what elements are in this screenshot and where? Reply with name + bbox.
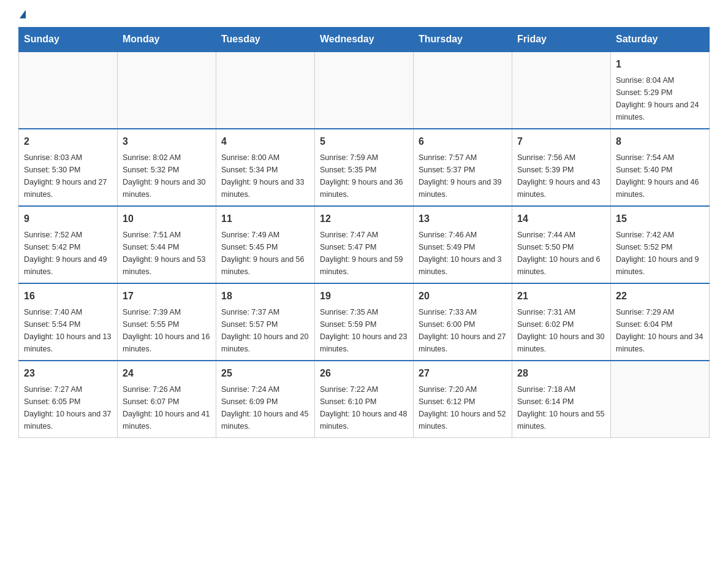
calendar-day-cell: 21Sunrise: 7:31 AMSunset: 6:02 PMDayligh… <box>512 283 611 361</box>
calendar-day-cell <box>414 52 512 129</box>
calendar-week-row: 16Sunrise: 7:40 AMSunset: 5:54 PMDayligh… <box>19 283 710 361</box>
day-info: Sunrise: 7:44 AMSunset: 5:50 PMDaylight:… <box>517 229 605 278</box>
day-info: Sunrise: 7:59 AMSunset: 5:35 PMDaylight:… <box>320 151 408 201</box>
day-number: 28 <box>517 366 605 381</box>
day-of-week-header: Sunday <box>19 28 118 52</box>
day-info: Sunrise: 7:35 AMSunset: 5:59 PMDaylight:… <box>320 306 408 355</box>
calendar-day-cell: 23Sunrise: 7:27 AMSunset: 6:05 PMDayligh… <box>19 361 118 438</box>
day-info: Sunrise: 7:39 AMSunset: 5:55 PMDaylight:… <box>123 306 211 355</box>
day-info: Sunrise: 7:51 AMSunset: 5:44 PMDaylight:… <box>123 229 211 278</box>
calendar-day-cell: 8Sunrise: 7:54 AMSunset: 5:40 PMDaylight… <box>611 129 710 206</box>
day-info: Sunrise: 8:03 AMSunset: 5:30 PMDaylight:… <box>24 151 112 201</box>
day-of-week-header: Saturday <box>611 28 710 52</box>
calendar-day-cell: 27Sunrise: 7:20 AMSunset: 6:12 PMDayligh… <box>414 361 512 438</box>
calendar-day-cell: 6Sunrise: 7:57 AMSunset: 5:37 PMDaylight… <box>414 129 512 206</box>
day-of-week-header: Tuesday <box>216 28 315 52</box>
day-number: 12 <box>320 212 408 226</box>
day-info: Sunrise: 7:31 AMSunset: 6:02 PMDaylight:… <box>517 306 605 355</box>
day-number: 17 <box>123 289 211 304</box>
day-number: 21 <box>517 289 605 304</box>
calendar-day-cell: 10Sunrise: 7:51 AMSunset: 5:44 PMDayligh… <box>118 206 216 283</box>
day-info: Sunrise: 8:00 AMSunset: 5:34 PMDaylight:… <box>221 151 309 201</box>
calendar-day-cell: 11Sunrise: 7:49 AMSunset: 5:45 PMDayligh… <box>216 206 315 283</box>
calendar-day-cell: 14Sunrise: 7:44 AMSunset: 5:50 PMDayligh… <box>512 206 611 283</box>
day-of-week-header: Monday <box>118 28 216 52</box>
day-number: 22 <box>616 289 704 304</box>
day-info: Sunrise: 7:56 AMSunset: 5:39 PMDaylight:… <box>517 151 605 201</box>
calendar-day-cell: 2Sunrise: 8:03 AMSunset: 5:30 PMDaylight… <box>19 129 118 206</box>
day-of-week-header: Thursday <box>414 28 512 52</box>
calendar-day-cell <box>19 52 118 129</box>
day-number: 15 <box>616 212 704 226</box>
day-number: 27 <box>419 366 507 381</box>
calendar-day-cell: 15Sunrise: 7:42 AMSunset: 5:52 PMDayligh… <box>611 206 710 283</box>
day-number: 10 <box>123 212 211 226</box>
calendar-day-cell: 26Sunrise: 7:22 AMSunset: 6:10 PMDayligh… <box>315 361 414 438</box>
day-info: Sunrise: 7:24 AMSunset: 6:09 PMDaylight:… <box>221 383 309 432</box>
day-number: 5 <box>320 134 408 149</box>
day-info: Sunrise: 7:54 AMSunset: 5:40 PMDaylight:… <box>616 151 704 201</box>
day-info: Sunrise: 7:57 AMSunset: 5:37 PMDaylight:… <box>419 151 507 201</box>
day-info: Sunrise: 8:02 AMSunset: 5:32 PMDaylight:… <box>123 151 211 201</box>
calendar-day-cell <box>118 52 216 129</box>
day-number: 19 <box>320 289 408 304</box>
day-info: Sunrise: 7:42 AMSunset: 5:52 PMDaylight:… <box>616 229 704 278</box>
calendar-day-cell: 22Sunrise: 7:29 AMSunset: 6:04 PMDayligh… <box>611 283 710 361</box>
day-info: Sunrise: 7:27 AMSunset: 6:05 PMDaylight:… <box>24 383 112 432</box>
day-info: Sunrise: 7:18 AMSunset: 6:14 PMDaylight:… <box>517 383 605 432</box>
calendar-day-cell: 12Sunrise: 7:47 AMSunset: 5:47 PMDayligh… <box>315 206 414 283</box>
calendar-day-cell: 3Sunrise: 8:02 AMSunset: 5:32 PMDaylight… <box>118 129 216 206</box>
day-info: Sunrise: 7:37 AMSunset: 5:57 PMDaylight:… <box>221 306 309 355</box>
calendar-day-cell: 5Sunrise: 7:59 AMSunset: 5:35 PMDaylight… <box>315 129 414 206</box>
day-number: 11 <box>221 212 309 226</box>
calendar-day-cell <box>315 52 414 129</box>
day-number: 1 <box>616 57 704 72</box>
calendar-day-cell: 20Sunrise: 7:33 AMSunset: 6:00 PMDayligh… <box>414 283 512 361</box>
calendar-header-row: SundayMondayTuesdayWednesdayThursdayFrid… <box>19 28 710 52</box>
logo <box>18 12 26 21</box>
day-info: Sunrise: 7:40 AMSunset: 5:54 PMDaylight:… <box>24 306 112 355</box>
day-info: Sunrise: 7:29 AMSunset: 6:04 PMDaylight:… <box>616 306 704 355</box>
day-info: Sunrise: 7:33 AMSunset: 6:00 PMDaylight:… <box>419 306 507 355</box>
calendar-day-cell: 4Sunrise: 8:00 AMSunset: 5:34 PMDaylight… <box>216 129 315 206</box>
calendar-day-cell <box>512 52 611 129</box>
calendar-day-cell: 25Sunrise: 7:24 AMSunset: 6:09 PMDayligh… <box>216 361 315 438</box>
day-number: 20 <box>419 289 507 304</box>
day-number: 25 <box>221 366 309 381</box>
day-number: 16 <box>24 289 112 304</box>
calendar-day-cell: 28Sunrise: 7:18 AMSunset: 6:14 PMDayligh… <box>512 361 611 438</box>
day-info: Sunrise: 7:49 AMSunset: 5:45 PMDaylight:… <box>221 229 309 278</box>
day-number: 26 <box>320 366 408 381</box>
calendar-day-cell <box>611 361 710 438</box>
day-of-week-header: Wednesday <box>315 28 414 52</box>
calendar-week-row: 9Sunrise: 7:52 AMSunset: 5:42 PMDaylight… <box>19 206 710 283</box>
calendar-day-cell: 1Sunrise: 8:04 AMSunset: 5:29 PMDaylight… <box>611 52 710 129</box>
day-info: Sunrise: 7:22 AMSunset: 6:10 PMDaylight:… <box>320 383 408 432</box>
calendar-week-row: 2Sunrise: 8:03 AMSunset: 5:30 PMDaylight… <box>19 129 710 206</box>
page-header <box>18 12 710 21</box>
calendar-day-cell: 17Sunrise: 7:39 AMSunset: 5:55 PMDayligh… <box>118 283 216 361</box>
calendar-week-row: 23Sunrise: 7:27 AMSunset: 6:05 PMDayligh… <box>19 361 710 438</box>
calendar-day-cell: 18Sunrise: 7:37 AMSunset: 5:57 PMDayligh… <box>216 283 315 361</box>
day-number: 18 <box>221 289 309 304</box>
day-info: Sunrise: 7:47 AMSunset: 5:47 PMDaylight:… <box>320 229 408 278</box>
calendar-table: SundayMondayTuesdayWednesdayThursdayFrid… <box>18 27 710 438</box>
day-info: Sunrise: 7:26 AMSunset: 6:07 PMDaylight:… <box>123 383 211 432</box>
day-number: 24 <box>123 366 211 381</box>
day-info: Sunrise: 8:04 AMSunset: 5:29 PMDaylight:… <box>616 74 704 123</box>
day-number: 6 <box>419 134 507 149</box>
day-number: 14 <box>517 212 605 226</box>
day-info: Sunrise: 7:52 AMSunset: 5:42 PMDaylight:… <box>24 229 112 278</box>
calendar-week-row: 1Sunrise: 8:04 AMSunset: 5:29 PMDaylight… <box>19 52 710 129</box>
day-number: 9 <box>24 212 112 226</box>
day-info: Sunrise: 7:20 AMSunset: 6:12 PMDaylight:… <box>419 383 507 432</box>
day-of-week-header: Friday <box>512 28 611 52</box>
calendar-day-cell: 16Sunrise: 7:40 AMSunset: 5:54 PMDayligh… <box>19 283 118 361</box>
calendar-day-cell: 9Sunrise: 7:52 AMSunset: 5:42 PMDaylight… <box>19 206 118 283</box>
day-info: Sunrise: 7:46 AMSunset: 5:49 PMDaylight:… <box>419 229 507 278</box>
calendar-day-cell: 24Sunrise: 7:26 AMSunset: 6:07 PMDayligh… <box>118 361 216 438</box>
day-number: 8 <box>616 134 704 149</box>
calendar-day-cell <box>216 52 315 129</box>
day-number: 2 <box>24 134 112 149</box>
day-number: 4 <box>221 134 309 149</box>
